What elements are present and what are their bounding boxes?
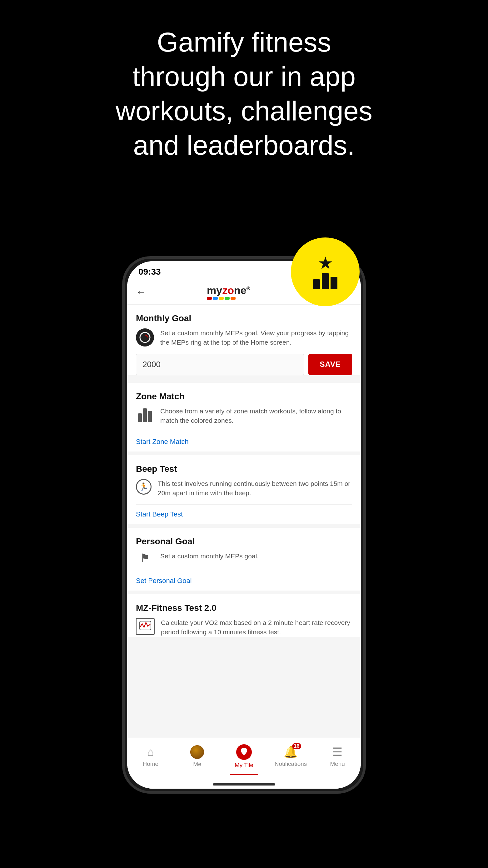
start-zone-match-link[interactable]: Start Zone Match <box>136 432 352 452</box>
home-icon: ⌂ <box>147 746 154 758</box>
bars-icon <box>313 273 337 289</box>
notification-badge: 16 <box>292 743 302 749</box>
personal-goal-section: Personal Goal ⚑ Set a custom monthly MEP… <box>127 528 361 591</box>
phone-wrapper: ★ 09:33 ▪▪▪ ⊙ ▮ ← myz <box>122 256 366 794</box>
back-button[interactable]: ← <box>136 286 146 298</box>
beep-test-icon: 🏃 <box>136 479 152 495</box>
set-personal-goal-link[interactable]: Set Personal Goal <box>136 571 352 591</box>
nav-me-label: Me <box>193 761 201 768</box>
active-indicator <box>230 774 258 775</box>
hero-line3: workouts, challenges <box>116 95 372 126</box>
nav-menu-label: Menu <box>330 761 345 767</box>
zone-match-desc: Choose from a variety of zone match work… <box>160 406 352 426</box>
logo-color-bar <box>207 297 250 300</box>
nav-item-home[interactable]: ⌂ Home <box>127 742 174 771</box>
nav-item-notifications[interactable]: 🔔 16 Notifications <box>268 742 314 771</box>
personal-goal-row: ⚑ Set a custom monthly MEPs goal. <box>136 552 352 565</box>
zone-match-icon <box>136 406 154 422</box>
save-button[interactable]: SAVE <box>308 354 352 375</box>
bottom-nav: ⌂ Home Me My Til <box>127 738 361 780</box>
monthly-goal-row: Set a custom monthly MEPs goal. View you… <box>136 329 352 347</box>
zone-match-title: Zone Match <box>136 392 352 402</box>
nav-home-label: Home <box>143 761 158 767</box>
zone-match-section: Zone Match Choose from a variety of zone… <box>127 383 361 452</box>
start-beep-test-link[interactable]: Start Beep Test <box>136 504 352 524</box>
star-icon: ★ <box>318 255 333 272</box>
status-time: 09:33 <box>139 267 161 277</box>
beep-test-desc: This test involves running continuously … <box>158 479 352 498</box>
beep-test-title: Beep Test <box>136 464 352 474</box>
app-logo: myzone® <box>207 284 250 300</box>
zone-match-row: Choose from a variety of zone match work… <box>136 406 352 426</box>
my-tile-icon <box>236 744 252 760</box>
mz-fitness-desc: Calculate your VO2 max based on a 2 minu… <box>161 618 352 637</box>
me-avatar <box>190 745 204 759</box>
monthly-goal-desc: Set a custom monthly MEPs goal. View you… <box>160 329 352 347</box>
flag-icon: ⚑ <box>136 552 154 565</box>
monthly-goal-title: Monthly Goal <box>136 313 352 323</box>
gamify-badge: ★ <box>291 238 360 306</box>
beep-test-row: 🏃 This test involves running continuousl… <box>136 479 352 498</box>
personal-goal-desc: Set a custom monthly MEPs goal. <box>160 552 352 561</box>
goal-input[interactable] <box>136 354 304 375</box>
logo-text: myzone® <box>207 284 250 296</box>
personal-goal-title: Personal Goal <box>136 536 352 547</box>
mz-fitness-title: MZ-Fitness Test 2.0 <box>136 603 352 613</box>
mz-fitness-section: MZ-Fitness Test 2.0 Calculate your VO2 m… <box>127 594 361 637</box>
logo-reg: ® <box>246 286 250 291</box>
nav-my-tile-label: My Tile <box>235 762 253 769</box>
monthly-goal-section: Monthly Goal Set a custom monthly MEPs g… <box>127 305 361 375</box>
nav-item-me[interactable]: Me <box>174 742 221 771</box>
hero-text: Gamify fitness through our in app workou… <box>0 25 488 162</box>
menu-icon: ☰ <box>332 746 342 758</box>
svg-point-2 <box>140 333 150 342</box>
hero-line4: and leaderboards. <box>133 130 355 161</box>
mz-fitness-icon <box>136 618 155 635</box>
home-bar <box>213 783 275 785</box>
goal-input-row: SAVE <box>136 354 352 375</box>
hero-line1: Gamify fitness <box>157 27 331 58</box>
monthly-goal-icon <box>136 329 154 346</box>
home-indicator <box>127 780 361 788</box>
mz-fitness-row: Calculate your VO2 max based on a 2 minu… <box>136 618 352 637</box>
nav-notifications-label: Notifications <box>275 761 307 767</box>
nav-item-my-tile[interactable]: My Tile <box>220 742 268 771</box>
beep-test-section: Beep Test 🏃 This test involves running c… <box>127 455 361 524</box>
phone-shell: 09:33 ▪▪▪ ⊙ ▮ ← myzone® <box>122 256 366 794</box>
nav-item-menu[interactable]: ☰ Menu <box>314 742 361 771</box>
phone-screen: 09:33 ▪▪▪ ⊙ ▮ ← myzone® <box>127 261 361 788</box>
hero-line2: through our in app <box>132 61 356 92</box>
app-content: Monthly Goal Set a custom monthly MEPs g… <box>127 305 361 738</box>
